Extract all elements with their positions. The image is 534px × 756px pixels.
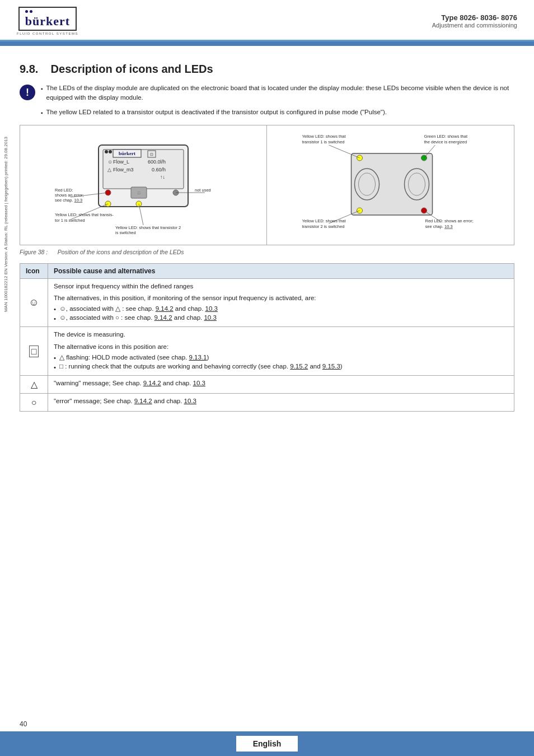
- svg-text:600.0l/h: 600.0l/h: [148, 159, 166, 165]
- language-label: English: [236, 736, 298, 752]
- bullet-text: □ : running check that the outputs are w…: [59, 363, 343, 370]
- warning-icon: !: [20, 85, 35, 100]
- chapter-ref: 10.3: [205, 305, 218, 312]
- content-cell: Sensor input frequency within the define…: [48, 278, 514, 327]
- bullet-text: ☺, associated with △ : see chap. 9.14.2 …: [59, 305, 218, 312]
- svg-text:Flow_L: Flow_L: [113, 159, 129, 165]
- icon-table: Icon Possible cause and alternatives ☺Se…: [20, 263, 514, 412]
- svg-text:the device is energized: the device is energized: [424, 139, 467, 144]
- svg-text:see chap. 10.3: see chap. 10.3: [55, 198, 82, 203]
- svg-text:⊡: ⊡: [150, 152, 153, 156]
- logo-box: bürkert: [18, 7, 77, 31]
- blue-bar: [0, 41, 534, 46]
- page-header: bürkert FLUID CONTROL SYSTEMS Type 8026-…: [0, 0, 534, 41]
- svg-text:not used: not used: [195, 188, 211, 193]
- svg-text:is switched: is switched: [115, 230, 136, 235]
- cell-main-text: Sensor input frequency within the define…: [54, 282, 508, 291]
- bullet-1: ▪: [41, 85, 43, 93]
- cell-main-text: "warning" message; See chap. 9.14.2 and …: [54, 379, 508, 388]
- section-heading: 9.8. Description of icons and LEDs: [20, 63, 514, 76]
- figure-left: bürkert ⊡ ☺ Flow_L 600.0l/h △ Flow_m3 0.…: [20, 125, 267, 245]
- chapter-ref: 9.14.2: [143, 380, 161, 386]
- bullet-text: △ flashing: HOLD mode activated (see cha…: [59, 353, 209, 361]
- header-info: Type 8026- 8036- 8076 Adjustment and com…: [432, 13, 517, 29]
- svg-line-42: [329, 145, 360, 158]
- icon-cell: ☺: [20, 278, 48, 327]
- bullet-dot: •: [54, 315, 56, 322]
- svg-text:Red LED:: Red LED:: [55, 188, 73, 193]
- svg-text:Green LED: shows that: Green LED: shows that: [424, 134, 468, 139]
- svg-text:0.60/h: 0.60/h: [152, 167, 166, 172]
- chapter-ref: 9.14.2: [154, 314, 172, 321]
- svg-text:☺: ☺: [107, 159, 113, 165]
- logo-text: bürkert: [25, 14, 70, 29]
- svg-text:Yellow LED: shows that transis: Yellow LED: shows that transistor 2: [115, 225, 181, 230]
- valve-svg: Yellow LED: shows that transistor 1 is s…: [273, 131, 508, 237]
- sidebar-text: MAN 1000182212 EN Version: A Status: RL …: [4, 136, 9, 311]
- figure-caption: Figure 38 : Position of the icons and de…: [20, 249, 514, 255]
- svg-text:Flow_m3: Flow_m3: [113, 167, 134, 172]
- table-header-icon: Icon: [20, 263, 48, 278]
- logo-subtitle: FLUID CONTROL SYSTEMS: [17, 32, 78, 35]
- figure-caption-text: Position of the icons and description of…: [58, 249, 184, 255]
- svg-text:Yellow LED: shows that: Yellow LED: shows that: [302, 134, 346, 139]
- header-desc: Adjustment and commissioning: [432, 22, 517, 29]
- svg-text:bürkert: bürkert: [119, 151, 135, 156]
- content-cell: "error" message; See chap. 9.14.2 and ch…: [48, 393, 514, 411]
- chapter-ref: 9.13.1: [189, 354, 207, 361]
- chapter-ref: 9.15.2: [290, 363, 308, 370]
- svg-text:△: △: [107, 167, 111, 172]
- svg-text:Yellow LED: shows that: Yellow LED: shows that: [302, 218, 346, 223]
- figure-right: Yellow LED: shows that transistor 1 is s…: [267, 125, 514, 245]
- warning-text-1: The LEDs of the display module are dupli…: [46, 83, 514, 103]
- table-row: □The device is measuring.The alternative…: [20, 327, 514, 376]
- main-content: 9.8. Description of icons and LEDs ! ▪ T…: [0, 46, 534, 423]
- cell-bullet: • ☺, associated with △ : see chap. 9.14.…: [54, 305, 508, 312]
- table-row: ☺Sensor input frequency within the defin…: [20, 278, 514, 327]
- figure-caption-num: Figure 38 :: [20, 249, 48, 255]
- bullet-2: ▪: [41, 109, 43, 117]
- bottom-bar: English: [0, 731, 534, 756]
- svg-text:see chap. 10.3: see chap. 10.3: [425, 224, 453, 229]
- page-number: 40: [20, 720, 27, 728]
- svg-text:↑↓: ↑↓: [160, 174, 165, 180]
- figure-container: bürkert ⊡ ☺ Flow_L 600.0l/h △ Flow_m3 0.…: [20, 125, 514, 245]
- svg-rect-33: [352, 153, 433, 215]
- warning-text-2: The yellow LED related to a transistor o…: [46, 108, 387, 117]
- svg-text:tor 1 is switched: tor 1 is switched: [55, 218, 85, 223]
- icon-cell: △: [20, 375, 48, 393]
- cell-text: The alternative icons in this position a…: [54, 342, 508, 352]
- svg-text:Yellow LED: shows that transis: Yellow LED: shows that transis-: [55, 212, 114, 217]
- table-header-cause: Possible cause and alternatives: [48, 263, 514, 278]
- warning-block: ! ▪ The LEDs of the display module are d…: [20, 83, 514, 117]
- chapter-ref: 9.14.2: [134, 398, 152, 404]
- table-row: △"warning" message; See chap. 9.14.2 and…: [20, 375, 514, 393]
- section-number: 9.8.: [20, 63, 38, 75]
- icon-cell: ○: [20, 393, 48, 411]
- chapter-ref: 9.15.3: [322, 363, 340, 370]
- bullet-dot: •: [54, 306, 56, 312]
- svg-text:Red LED: shows an error;: Red LED: shows an error;: [425, 218, 474, 223]
- content-cell: "warning" message; See chap. 9.14.2 and …: [48, 375, 514, 393]
- sidebar: MAN 1000182212 EN Version: A Status: RL …: [0, 112, 12, 336]
- svg-text:transistor 2 is switched: transistor 2 is switched: [302, 224, 345, 229]
- cell-bullet: • ☺, associated with ○ : see chap. 9.14.…: [54, 314, 508, 322]
- bullet-dot: •: [54, 364, 56, 371]
- svg-point-2: [105, 150, 108, 153]
- warning-texts: ▪ The LEDs of the display module are dup…: [41, 83, 514, 117]
- content-cell: The device is measuring.The alternative …: [48, 327, 514, 376]
- cell-main-text: The device is measuring.: [54, 330, 508, 339]
- cell-bullet: • □ : running check that the outputs are…: [54, 363, 508, 371]
- table-row: ○"error" message; See chap. 9.14.2 and c…: [20, 393, 514, 411]
- chapter-ref: 10.3: [184, 398, 196, 404]
- section-title: Description of icons and LEDs: [51, 63, 213, 75]
- header-type: Type 8026- 8036- 8076: [432, 13, 517, 22]
- logo-dots: [25, 10, 70, 13]
- svg-text:shows an error;: shows an error;: [55, 193, 84, 198]
- warning-item-1: ▪ The LEDs of the display module are dup…: [41, 83, 514, 103]
- cell-bullet: • △ flashing: HOLD mode activated (see c…: [54, 353, 508, 361]
- icon-cell: □: [20, 327, 48, 376]
- svg-point-3: [109, 150, 112, 153]
- warning-item-2: ▪ The yellow LED related to a transistor…: [41, 108, 514, 117]
- cell-text: The alternatives, in this position, if m…: [54, 293, 508, 303]
